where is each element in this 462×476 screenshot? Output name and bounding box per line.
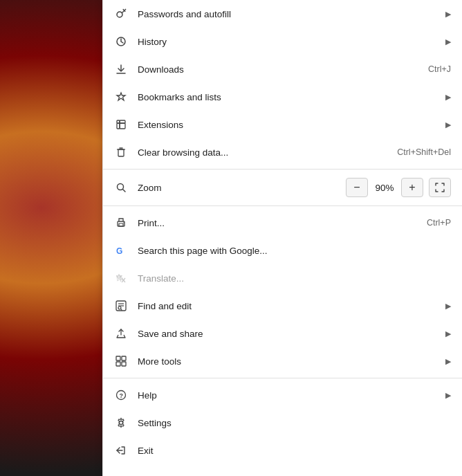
svg-line-30 [120,309,122,310]
settings-label: Settings [138,418,451,428]
svg-text:G: G [116,246,122,256]
translate-label: Translate... [138,273,451,284]
svg-marker-7 [117,93,125,100]
save-icon [114,327,128,340]
zoom-row: Zoom − 90% + [103,172,462,203]
menu-item-exit[interactable]: Exit [103,437,462,464]
find-icon [114,299,128,313]
svg-line-16 [123,190,126,192]
bookmarks-label: Bookmarks and lists [138,92,440,102]
passwords-arrow: ▶ [445,10,451,19]
menu-item-downloads[interactable]: Downloads Ctrl+J [103,55,462,83]
downloads-shortcut: Ctrl+J [428,64,451,74]
save-label: Save and share [138,329,440,339]
menu-item-tools[interactable]: More tools ▶ [103,347,462,375]
zoom-value: 90% [371,183,398,193]
menu-item-history[interactable]: History ▶ [103,28,462,55]
zoom-decrease-button[interactable]: − [346,178,368,197]
zoom-label: Zoom [138,183,162,193]
print-icon [114,216,128,230]
svg-point-19 [123,222,124,223]
zoom-fullscreen-button[interactable] [429,178,451,197]
svg-rect-34 [116,362,120,366]
find-label: Find and edit [138,301,440,311]
divider-2 [103,205,462,206]
svg-point-38 [120,421,123,425]
history-arrow: ▶ [445,37,451,46]
svg-rect-11 [117,120,120,123]
help-arrow: ▶ [445,391,451,400]
zoom-increase-button[interactable]: + [401,178,423,197]
extension-icon [114,118,128,131]
find-arrow: ▶ [445,302,451,311]
zoom-icon [114,181,128,194]
menu-item-save[interactable]: Save and share ▶ [103,320,462,347]
menu-item-translate: 译 Translate... [103,264,462,292]
svg-line-3 [123,9,124,10]
svg-rect-32 [116,356,120,360]
help-icon: ? [114,388,128,402]
menu-item-settings[interactable]: Settings [103,409,462,437]
exit-label: Exit [138,446,451,456]
divider-3 [103,378,462,378]
history-icon [114,35,128,48]
download-icon [114,62,128,76]
menu-item-find[interactable]: Find and edit ▶ [103,292,462,320]
divider-1 [103,169,462,170]
exit-icon [114,443,128,457]
passwords-label: Passwords and autofill [138,9,440,19]
svg-rect-35 [122,362,126,366]
svg-rect-33 [122,356,126,360]
search-google-label: Search this page with Google... [138,246,451,256]
menu-item-extensions[interactable]: Extensions ▶ [103,111,462,138]
bookmarks-arrow: ▶ [445,93,451,102]
svg-rect-12 [118,149,124,156]
clear-label: Clear browsing data... [138,147,397,158]
tools-icon [114,354,128,368]
extensions-label: Extensions [138,120,440,130]
key-icon [114,7,128,21]
tools-label: More tools [138,356,440,367]
print-label: Print... [138,218,427,228]
menu-item-print[interactable]: Print... Ctrl+P [103,209,462,237]
context-menu: Passwords and autofill ▶ History ▶ Downl… [102,0,462,476]
menu-item-clear[interactable]: Clear browsing data... Ctrl+Shift+Del [103,138,462,166]
svg-text:?: ? [120,392,124,399]
settings-icon [114,416,128,430]
translate-icon: 译 [114,271,128,285]
help-label: Help [138,390,440,401]
extensions-arrow: ▶ [445,120,451,129]
clear-shortcut: Ctrl+Shift+Del [397,147,451,157]
bookmark-icon [114,90,128,104]
downloads-label: Downloads [138,64,428,75]
menu-item-bookmarks[interactable]: Bookmarks and lists ▶ [103,83,462,111]
svg-line-2 [124,10,125,12]
svg-rect-10 [120,123,125,129]
menu-item-passwords[interactable]: Passwords and autofill ▶ [103,0,462,28]
menu-item-help[interactable]: ? Help ▶ [103,381,462,409]
menu-item-search-google[interactable]: G Search this page with Google... [103,237,462,264]
history-label: History [138,37,440,47]
zoom-controls: − 90% + [346,178,451,197]
google-icon: G [114,244,128,257]
tools-arrow: ▶ [445,357,451,366]
save-arrow: ▶ [445,329,451,338]
print-shortcut: Ctrl+P [427,218,451,228]
trash-icon [114,145,128,159]
